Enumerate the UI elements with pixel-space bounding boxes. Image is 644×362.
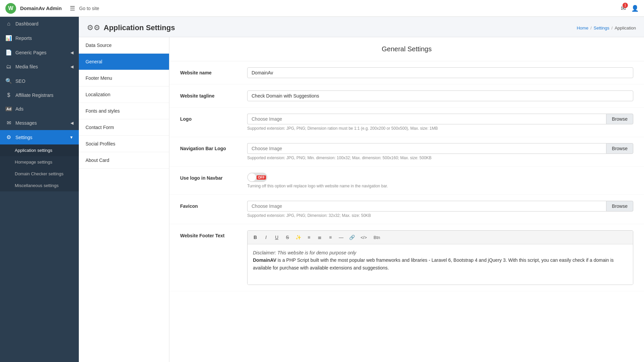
sidebar-label-dashboard: Dashboard (15, 21, 39, 26)
sidebar-sub-label-domain-checker-settings: Domain Checker settings (15, 171, 63, 176)
sub-menu-item-data-source[interactable]: Data Source (79, 37, 169, 54)
pages-icon: 📄 (5, 49, 12, 56)
sidebar-label-messages: Messages (15, 120, 37, 126)
editor-btn-button[interactable]: Btn (371, 233, 383, 242)
control-wrap-use-logo-navbar: OFF Turning off this option will replace… (247, 173, 633, 188)
sub-menu: Data Source General Footer Menu Localiza… (79, 37, 169, 362)
sidebar-item-dashboard[interactable]: ⌂ Dashboard (0, 17, 79, 31)
favicon-browse-btn[interactable]: Browse (606, 201, 633, 212)
sidebar-sub-item-miscellaneous-settings[interactable]: Miscellaneous settings (0, 180, 79, 191)
sidebar-item-messages[interactable]: ✉ Messages ◀ (0, 116, 79, 130)
editor-btn-underline[interactable]: U (272, 233, 282, 242)
toggle-wrap-use-logo: OFF (247, 173, 633, 182)
breadcrumb-settings[interactable]: Settings (594, 25, 609, 31)
main-content: ⚙⚙ Application Settings Home / Settings … (79, 17, 644, 362)
sidebar-item-affiliate-registrars[interactable]: $ Affiliate Registrars (0, 88, 79, 102)
editor-btn-magic[interactable]: ✨ (293, 233, 303, 242)
sidebar-item-generic-pages[interactable]: 📄 Generic Pages ◀ (0, 45, 79, 60)
form-row-website-tagline: Website tagline (169, 84, 644, 108)
input-website-name[interactable] (247, 67, 633, 78)
sidebar-label-reports: Reports (15, 36, 32, 41)
sidebar-item-settings[interactable]: ⚙ Settings ▼ (0, 130, 79, 144)
sub-menu-item-general[interactable]: General (79, 54, 169, 70)
layout: ⌂ Dashboard 📊 Reports 📄 Generic Pages ◀ … (0, 17, 644, 362)
form-row-use-logo-navbar: Use logo in Navbar OFF Turning off this … (169, 167, 644, 195)
sub-menu-item-fonts-and-styles[interactable]: Fonts and styles (79, 103, 169, 119)
arrow-icon-settings: ▼ (69, 135, 73, 140)
arrow-icon-media-files: ◀ (70, 64, 73, 69)
page-header: ⚙⚙ Application Settings Home / Settings … (79, 17, 644, 37)
favicon-image-input[interactable] (247, 201, 606, 212)
label-nav-logo: Navigation Bar Logo (180, 143, 247, 151)
logo-image-input[interactable] (247, 114, 606, 124)
logo-browse-btn[interactable]: Browse (606, 114, 633, 124)
sub-menu-item-localization[interactable]: Localization (79, 86, 169, 103)
sidebar-sub-item-application-settings[interactable]: Application settings (0, 144, 79, 156)
sidebar-label-generic-pages: Generic Pages (15, 50, 47, 55)
editor-brand-bold: DomainAV (253, 257, 276, 263)
favicon-hint: Supported extension: JPG, PNG; Dimension… (247, 213, 633, 218)
messages-icon: ✉ (5, 120, 12, 126)
sidebar-item-media-files[interactable]: 🗂 Media files ◀ (0, 60, 79, 74)
sidebar-item-reports[interactable]: 📊 Reports (0, 31, 79, 45)
editor-toolbar: B I U S ✨ ≡ ≣ ≡ — 🔗 </> (248, 231, 633, 244)
use-logo-navbar-hint: Turning off this option will replace log… (247, 184, 633, 188)
toggle-label-off: OFF (257, 175, 266, 180)
nav-logo-image-input[interactable] (247, 143, 606, 154)
sidebar-sub-item-homepage-settings[interactable]: Homepage settings (0, 156, 79, 168)
sidebar-sub-label-application-settings: Application settings (15, 148, 52, 153)
editor-btn-strikethrough[interactable]: S (282, 233, 292, 242)
editor-btn-ordered-list[interactable]: ≣ (315, 233, 325, 242)
editor-content[interactable]: Disclaimer: This website is for demo pur… (248, 244, 633, 285)
mail-icon-btn[interactable]: ✉ 1 (621, 5, 626, 12)
control-wrap-nav-logo: Browse Supported extension: JPG, PNG; Mi… (247, 143, 633, 160)
form-panel: General Settings Website name Website ta… (169, 37, 644, 362)
editor-btn-bold[interactable]: B (250, 233, 260, 242)
sidebar-item-ads[interactable]: Ad Ads (0, 102, 79, 116)
editor-btn-code[interactable]: </> (358, 233, 370, 242)
form-row-website-name: Website name (169, 61, 644, 84)
toggle-knob (248, 173, 256, 181)
editor-btn-unordered-list[interactable]: ≡ (304, 233, 314, 242)
input-website-tagline[interactable] (247, 90, 633, 101)
sidebar-sub-label-miscellaneous-settings: Miscellaneous settings (15, 183, 59, 188)
sub-menu-item-contact-form[interactable]: Contact Form (79, 119, 169, 136)
breadcrumb-sep-1: / (590, 25, 592, 31)
form-row-favicon: Favicon Browse Supported extension: JPG,… (169, 195, 644, 224)
label-use-logo-navbar: Use logo in Navbar (180, 173, 247, 181)
sidebar-sub-item-domain-checker-settings[interactable]: Domain Checker settings (0, 168, 79, 180)
sidebar-label-settings: Settings (15, 135, 33, 140)
sub-menu-item-footer-menu[interactable]: Footer Menu (79, 70, 169, 86)
go-to-site-link[interactable]: Go to site (79, 6, 99, 11)
breadcrumb-sep-2: / (611, 25, 613, 31)
editor-btn-link[interactable]: 🔗 (347, 233, 357, 242)
arrow-icon-generic-pages: ◀ (70, 50, 73, 55)
sidebar-label-seo: SEO (15, 78, 25, 84)
toggle-use-logo-navbar[interactable]: OFF (247, 173, 267, 182)
label-footer-text: Website Footer Text (180, 230, 247, 238)
label-logo: Logo (180, 114, 247, 122)
nav-logo-browse-btn[interactable]: Browse (606, 143, 633, 154)
page-title-icon: ⚙⚙ (87, 23, 100, 32)
editor-btn-italic[interactable]: I (261, 233, 271, 242)
control-wrap-logo: Browse Supported extension: JPG, PNG; Di… (247, 114, 633, 131)
ads-icon: Ad (5, 107, 12, 111)
sidebar-item-seo[interactable]: 🔍 SEO (0, 74, 79, 88)
editor-btn-align[interactable]: ≡ (325, 233, 335, 242)
sidebar: ⌂ Dashboard 📊 Reports 📄 Generic Pages ◀ … (0, 17, 79, 362)
sidebar-label-ads: Ads (15, 106, 23, 112)
editor-btn-hr[interactable]: — (336, 233, 346, 242)
hamburger-icon[interactable]: ☰ (70, 5, 75, 12)
rich-text-editor: B I U S ✨ ≡ ≣ ≡ — 🔗 </> (247, 230, 633, 285)
sub-menu-item-about-card[interactable]: About Card (79, 152, 169, 169)
user-icon-btn[interactable]: 👤 (631, 5, 639, 12)
control-wrap-footer-text: B I U S ✨ ≡ ≣ ≡ — 🔗 </> (247, 230, 633, 285)
seo-icon: 🔍 (5, 78, 12, 84)
sidebar-sub-label-homepage-settings: Homepage settings (15, 160, 52, 165)
editor-brand-rest: is a PHP Script built with the most popu… (253, 257, 614, 270)
sidebar-label-affiliate-registrars: Affiliate Registrars (15, 93, 53, 98)
sub-menu-item-social-profiles[interactable]: Social Profiles (79, 136, 169, 152)
nav-icons: ✉ 1 👤 (621, 5, 639, 12)
user-icon: 👤 (631, 5, 639, 12)
breadcrumb-home[interactable]: Home (577, 25, 588, 31)
